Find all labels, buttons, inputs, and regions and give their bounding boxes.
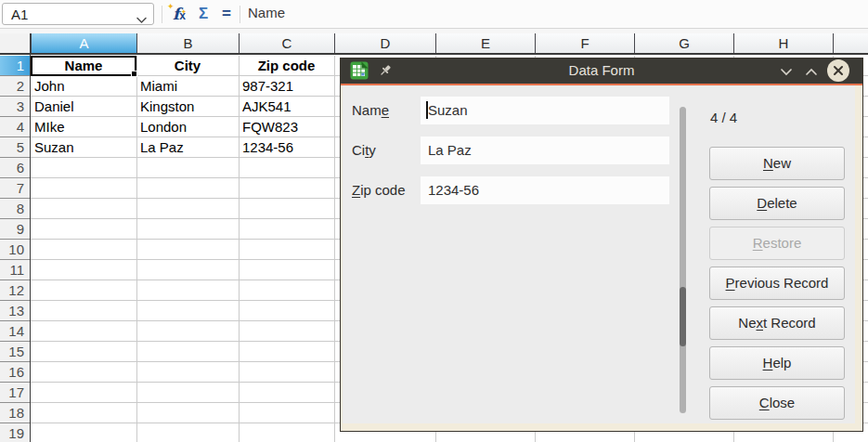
cell-B1[interactable]: City bbox=[136, 56, 239, 76]
shade-chevron-down-icon[interactable] bbox=[775, 60, 797, 83]
row-header-1[interactable]: 1 bbox=[0, 56, 30, 76]
row-header-10[interactable]: 10 bbox=[0, 240, 30, 260]
next-record-button[interactable]: Next Record bbox=[709, 306, 845, 340]
text-caret bbox=[426, 101, 428, 119]
form-scrollbar-thumb[interactable] bbox=[680, 287, 686, 346]
restore-button: Restore bbox=[709, 227, 845, 260]
column-header-E[interactable]: E bbox=[435, 33, 535, 54]
row-header-9[interactable]: 9 bbox=[0, 219, 30, 240]
name-box[interactable]: A1 bbox=[2, 3, 154, 25]
cell-reference: A1 bbox=[11, 6, 28, 24]
sum-icon[interactable]: Σ bbox=[193, 2, 214, 26]
record-counter: 4 / 4 bbox=[710, 110, 737, 125]
row-header-18[interactable]: 18 bbox=[0, 403, 30, 423]
function-wizard-icon[interactable]: ✦ ✦ fx bbox=[167, 2, 191, 26]
row-header-12[interactable]: 12 bbox=[0, 280, 30, 301]
dialog-content: NameSuzanCityLa PazZip code1234-56 4 / 4… bbox=[343, 85, 855, 423]
row-header-7[interactable]: 7 bbox=[0, 178, 30, 199]
delete-button[interactable]: Delete bbox=[709, 187, 845, 220]
row-header-19[interactable]: 19 bbox=[0, 423, 30, 442]
column-header-H[interactable]: H bbox=[733, 33, 833, 54]
field-input-zip-code[interactable]: 1234-56 bbox=[421, 176, 669, 204]
row-header-13[interactable]: 13 bbox=[0, 301, 30, 321]
cell-B2[interactable]: Miami bbox=[136, 76, 239, 97]
equals-icon[interactable]: = bbox=[217, 2, 236, 26]
cell-C5[interactable]: 1234-56 bbox=[239, 137, 334, 158]
cell-A5[interactable]: Suzan bbox=[31, 137, 136, 158]
field-input-city[interactable]: La Paz bbox=[421, 136, 669, 164]
column-header-D[interactable]: D bbox=[334, 33, 435, 54]
separator bbox=[240, 6, 240, 23]
chevron-down-icon[interactable] bbox=[136, 11, 147, 28]
cell-A2[interactable]: John bbox=[31, 76, 136, 97]
row-header-8[interactable]: 8 bbox=[0, 199, 30, 219]
row-header-16[interactable]: 16 bbox=[0, 362, 30, 383]
column-header-F[interactable]: F bbox=[535, 33, 634, 54]
help-button[interactable]: Help bbox=[709, 346, 845, 380]
row-header-17[interactable]: 17 bbox=[0, 383, 30, 403]
row-header-2[interactable]: 2 bbox=[0, 76, 30, 97]
row-header-15[interactable]: 15 bbox=[0, 342, 30, 362]
formula-bar: A1 ✦ ✦ fx Σ = Name bbox=[0, 0, 868, 29]
row-header-5[interactable]: 5 bbox=[0, 137, 30, 158]
row-header-11[interactable]: 11 bbox=[0, 260, 30, 280]
cell-A3[interactable]: Daniel bbox=[31, 97, 136, 117]
field-input-name[interactable]: Suzan bbox=[421, 97, 669, 124]
fill-handle[interactable] bbox=[131, 71, 137, 77]
dialog-titlebar[interactable]: Data Form bbox=[341, 58, 862, 84]
row-header-4[interactable]: 4 bbox=[0, 117, 30, 137]
close-button[interactable]: Close bbox=[709, 386, 845, 420]
select-all-corner[interactable] bbox=[0, 33, 31, 54]
column-header-B[interactable]: B bbox=[136, 33, 239, 54]
close-icon[interactable] bbox=[827, 59, 849, 82]
form-scrollbar-track[interactable] bbox=[680, 107, 686, 413]
cell-C1[interactable]: Zip code bbox=[239, 56, 334, 76]
column-header-partial[interactable] bbox=[833, 33, 868, 54]
libreoffice-calc-window: A1 ✦ ✦ fx Σ = Name ABCDEFGH 123456789101… bbox=[0, 0, 868, 442]
shade-chevron-up-icon[interactable] bbox=[800, 60, 823, 83]
separator bbox=[162, 6, 162, 23]
cell-B3[interactable]: Kingston bbox=[136, 97, 239, 117]
cell-selection-border bbox=[31, 56, 136, 76]
row-header-14[interactable]: 14 bbox=[0, 321, 30, 342]
cell-C3[interactable]: AJK541 bbox=[239, 97, 334, 117]
cell-B4[interactable]: London bbox=[136, 117, 239, 137]
column-header-A[interactable]: A bbox=[31, 33, 136, 54]
cell-C4[interactable]: FQW823 bbox=[239, 117, 334, 137]
formula-input-line[interactable]: Name bbox=[248, 5, 285, 20]
new-button[interactable]: New bbox=[709, 147, 845, 180]
field-label-name: Name bbox=[352, 97, 419, 124]
header-border bbox=[0, 53, 868, 55]
cell-C2[interactable]: 987-321 bbox=[239, 76, 334, 97]
previous-record-button[interactable]: Previous Record bbox=[709, 266, 845, 300]
data-form-dialog: Data Form NameSuzanCityLa PazZip code123… bbox=[340, 58, 863, 432]
row-header-6[interactable]: 6 bbox=[0, 158, 30, 178]
row-header-3[interactable]: 3 bbox=[0, 97, 30, 117]
column-header-G[interactable]: G bbox=[634, 33, 733, 54]
field-label-city: City bbox=[352, 136, 419, 164]
column-header-C[interactable]: C bbox=[239, 33, 334, 54]
cell-A4[interactable]: MIke bbox=[31, 117, 136, 137]
grid-line bbox=[334, 56, 335, 442]
field-label-zip-code: Zip code bbox=[352, 176, 419, 204]
row-header-border bbox=[30, 33, 31, 442]
cell-B5[interactable]: La Paz bbox=[136, 137, 239, 158]
